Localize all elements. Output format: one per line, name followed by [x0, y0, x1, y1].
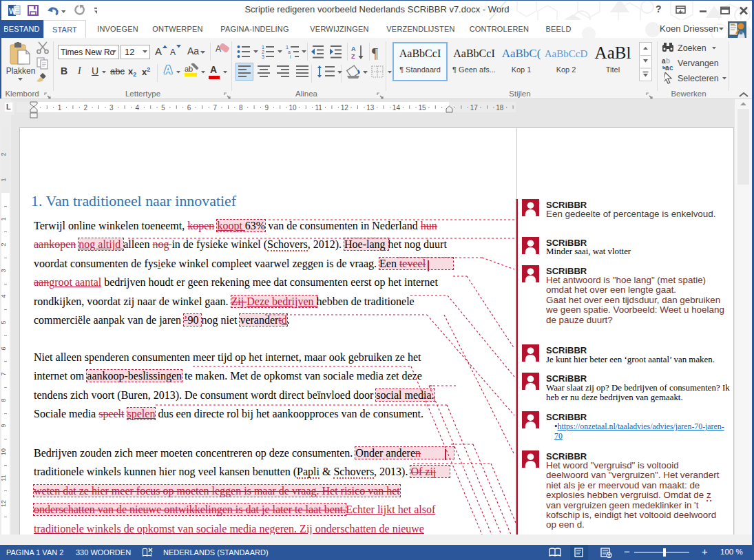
svg-text:3: 3	[109, 104, 114, 112]
svg-text:3: 3	[262, 54, 264, 59]
svg-text:5: 5	[161, 104, 165, 112]
svg-text:i: i	[290, 54, 291, 59]
svg-text:8: 8	[239, 104, 243, 112]
svg-text:14: 14	[392, 104, 401, 112]
svg-text:ab: ab	[185, 65, 193, 73]
svg-text:1: 1	[58, 104, 62, 112]
svg-text:11: 11	[315, 104, 322, 112]
svg-text:10: 10	[289, 104, 297, 112]
svg-text:13: 13	[366, 104, 375, 112]
svg-text:1: 1	[286, 45, 289, 50]
svg-text:6: 6	[187, 104, 191, 112]
svg-text:Z: Z	[351, 53, 355, 60]
svg-text:7: 7	[213, 104, 217, 112]
svg-text:a: a	[288, 50, 291, 54]
svg-text:A: A	[351, 45, 356, 52]
svg-text:9: 9	[265, 104, 269, 112]
svg-text:c: c	[669, 64, 673, 71]
svg-text:18: 18	[496, 104, 504, 112]
svg-text:4: 4	[136, 104, 140, 112]
svg-text:2: 2	[262, 50, 264, 54]
svg-text:15: 15	[418, 104, 426, 112]
svg-text:¶: ¶	[372, 45, 378, 61]
svg-text:17: 17	[470, 104, 479, 112]
svg-text:2: 2	[83, 104, 87, 112]
svg-text:1: 1	[262, 45, 264, 50]
svg-text:12: 12	[341, 104, 349, 112]
